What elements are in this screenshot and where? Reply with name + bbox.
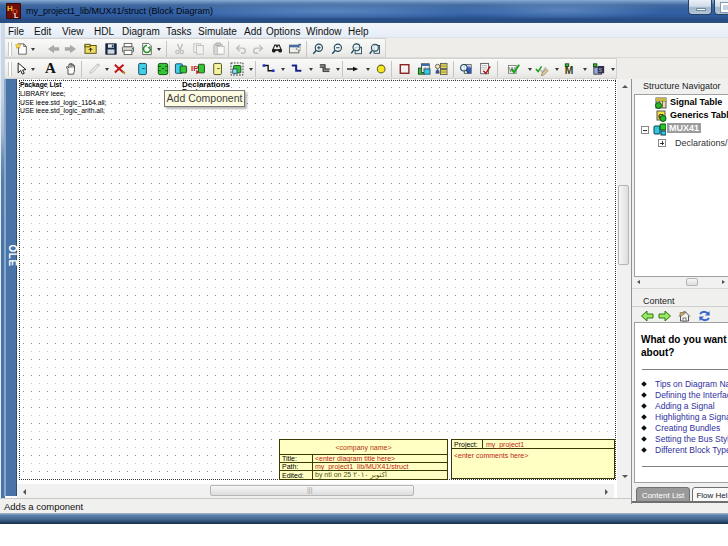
svg-text:S: S (599, 66, 603, 73)
svg-text:M: M (565, 65, 574, 76)
svg-text:L: L (14, 12, 19, 19)
